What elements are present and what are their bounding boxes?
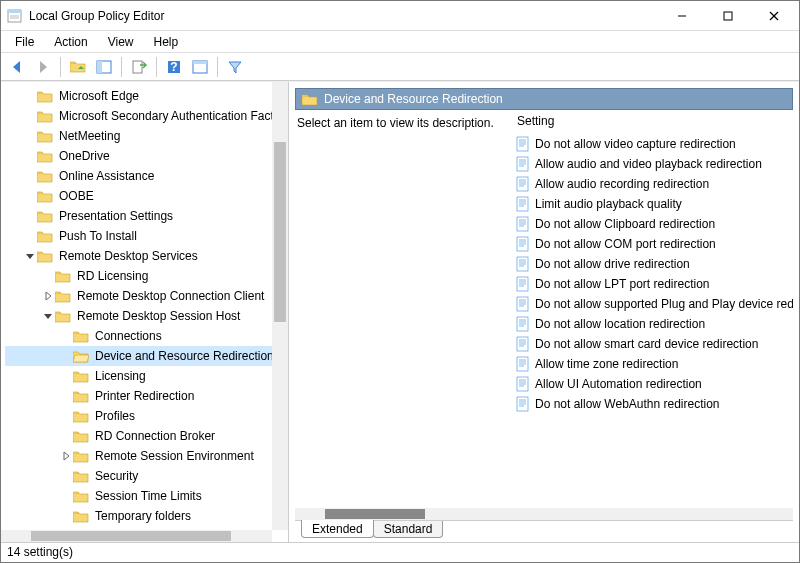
setting-item[interactable]: Do not allow supported Plug and Play dev… [515, 294, 793, 314]
minimize-button[interactable] [659, 1, 705, 31]
setting-item[interactable]: Do not allow Clipboard redirection [515, 214, 793, 234]
tree-vertical-scrollbar[interactable] [272, 82, 288, 530]
chevron-down-icon[interactable] [23, 251, 37, 261]
chevron-right-icon[interactable] [59, 451, 73, 461]
folder-icon [55, 309, 71, 323]
window-controls [659, 1, 797, 31]
properties-button[interactable] [188, 55, 212, 79]
setting-item[interactable]: Do not allow LPT port redirection [515, 274, 793, 294]
policy-icon [515, 236, 531, 252]
svg-rect-14 [97, 61, 102, 73]
tree-item[interactable]: Licensing [5, 366, 288, 386]
tree-item[interactable]: OOBE [5, 186, 288, 206]
policy-icon [515, 136, 531, 152]
svg-rect-19 [193, 61, 207, 64]
details-header: Device and Resource Redirection [295, 88, 793, 110]
menu-file[interactable]: File [5, 33, 44, 51]
tree-item[interactable]: Presentation Settings [5, 206, 288, 226]
export-list-button[interactable] [127, 55, 151, 79]
folder-icon [73, 429, 89, 443]
tree-item[interactable]: Remote Desktop Services [5, 246, 288, 266]
back-button[interactable] [5, 55, 29, 79]
close-button[interactable] [751, 1, 797, 31]
folder-icon [73, 329, 89, 343]
setting-label: Do not allow COM port redirection [535, 237, 716, 251]
toolbar-separator [60, 57, 61, 77]
tree-item[interactable]: Temporary folders [5, 506, 288, 526]
tree-item[interactable]: Profiles [5, 406, 288, 426]
tree-pane[interactable]: Microsoft EdgeMicrosoft Secondary Authen… [1, 82, 289, 542]
filter-button[interactable] [223, 55, 247, 79]
policy-icon [515, 216, 531, 232]
details-tabs: Extended Standard [295, 520, 793, 542]
menu-view[interactable]: View [98, 33, 144, 51]
forward-button[interactable] [31, 55, 55, 79]
tree-item[interactable]: NetMeeting [5, 126, 288, 146]
tree-item[interactable]: Remote Session Environment [5, 446, 288, 466]
tree-item-label: Online Assistance [57, 169, 156, 183]
setting-label: Allow audio recording redirection [535, 177, 709, 191]
settings-list: Setting Do not allow video capture redir… [515, 114, 793, 508]
tree-item[interactable]: Microsoft Secondary Authentication Facto… [5, 106, 288, 126]
tree-item[interactable]: Connections [5, 326, 288, 346]
tree-item[interactable]: RD Licensing [5, 266, 288, 286]
tree-item[interactable]: Remote Desktop Session Host [5, 306, 288, 326]
tab-extended[interactable]: Extended [301, 520, 374, 538]
menu-help[interactable]: Help [144, 33, 189, 51]
show-hide-tree-button[interactable] [92, 55, 116, 79]
tree-item-label: Device and Resource Redirection [93, 349, 276, 363]
setting-item[interactable]: Do not allow video capture redirection [515, 134, 793, 154]
tree-item-label: Connections [93, 329, 164, 343]
tree-item[interactable]: Printer Redirection [5, 386, 288, 406]
folder-icon [37, 229, 53, 243]
details-horizontal-scrollbar[interactable] [295, 508, 793, 520]
folder-icon [37, 129, 53, 143]
setting-label: Do not allow drive redirection [535, 257, 690, 271]
main-split: Microsoft EdgeMicrosoft Secondary Authen… [1, 81, 799, 542]
setting-label: Do not allow LPT port redirection [535, 277, 710, 291]
folder-icon [55, 269, 71, 283]
policy-icon [515, 296, 531, 312]
setting-item[interactable]: Do not allow WebAuthn redirection [515, 394, 793, 414]
setting-item[interactable]: Do not allow location redirection [515, 314, 793, 334]
tab-standard[interactable]: Standard [373, 521, 444, 538]
column-header-setting[interactable]: Setting [515, 114, 793, 134]
setting-item[interactable]: Do not allow COM port redirection [515, 234, 793, 254]
status-text: 14 setting(s) [7, 545, 73, 559]
chevron-down-icon[interactable] [41, 311, 55, 321]
menu-action[interactable]: Action [44, 33, 97, 51]
titlebar: Local Group Policy Editor [1, 1, 799, 31]
status-bar: 14 setting(s) [1, 542, 799, 562]
setting-label: Do not allow Clipboard redirection [535, 217, 715, 231]
setting-item[interactable]: Do not allow drive redirection [515, 254, 793, 274]
tree-item[interactable]: OneDrive [5, 146, 288, 166]
setting-item[interactable]: Allow UI Automation redirection [515, 374, 793, 394]
up-button[interactable] [66, 55, 90, 79]
tree-item-label: OOBE [57, 189, 96, 203]
chevron-right-icon[interactable] [41, 291, 55, 301]
tree-item-label: Licensing [93, 369, 148, 383]
tree-item[interactable]: Session Time Limits [5, 486, 288, 506]
setting-item[interactable]: Limit audio playback quality [515, 194, 793, 214]
policy-icon [515, 196, 531, 212]
tree-item[interactable]: Device and Resource Redirection [5, 346, 288, 366]
setting-item[interactable]: Allow audio and video playback redirecti… [515, 154, 793, 174]
tree-item[interactable]: RD Connection Broker [5, 426, 288, 446]
policy-icon [515, 336, 531, 352]
tree-item[interactable]: Online Assistance [5, 166, 288, 186]
tree-horizontal-scrollbar[interactable] [1, 530, 272, 542]
tree-item[interactable]: Microsoft Edge [5, 86, 288, 106]
setting-item[interactable]: Allow audio recording redirection [515, 174, 793, 194]
folder-icon [37, 89, 53, 103]
tree-item[interactable]: Remote Desktop Connection Client [5, 286, 288, 306]
maximize-button[interactable] [705, 1, 751, 31]
tree-item-label: Remote Desktop Services [57, 249, 200, 263]
folder-icon [37, 249, 53, 263]
setting-item[interactable]: Do not allow smart card device redirecti… [515, 334, 793, 354]
tree-item[interactable]: Push To Install [5, 226, 288, 246]
tree-item-label: Security [93, 469, 140, 483]
setting-item[interactable]: Allow time zone redirection [515, 354, 793, 374]
help-button[interactable]: ? [162, 55, 186, 79]
policy-icon [515, 276, 531, 292]
tree-item[interactable]: Security [5, 466, 288, 486]
